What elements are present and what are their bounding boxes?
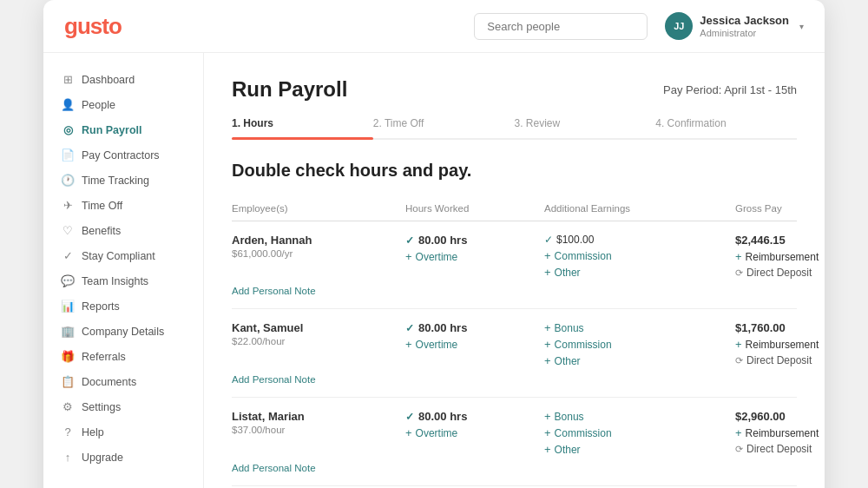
user-area: JJ Jessica Jackson Administrator ▾: [665, 12, 804, 40]
hours-cell: ✓ 80.00 hrs + Overtime: [405, 234, 544, 263]
sidebar-item-dashboard[interactable]: ⊞ Dashboard: [43, 67, 203, 92]
main-layout: ⊞ Dashboard 👤 People ◎ Run Payroll 📄 Pay…: [43, 53, 825, 488]
sidebar-label-documents: Documents: [82, 376, 136, 388]
sidebar-item-company-details[interactable]: 🏢 Company Details: [43, 319, 203, 344]
add-earning-btn[interactable]: + Commission: [544, 338, 735, 351]
gross-cell: $1,760.00+ Reimbursement⟳ Direct Deposit: [735, 321, 825, 366]
sidebar-item-team-insights[interactable]: 💬 Team Insights: [43, 268, 203, 293]
sidebar-label-time-tracking: Time Tracking: [82, 175, 149, 187]
plus-icon: +: [544, 410, 551, 423]
add-earning-btn[interactable]: + Commission: [544, 249, 735, 262]
sidebar-item-documents[interactable]: 📋 Documents: [43, 369, 203, 394]
avatar: JJ: [665, 12, 693, 40]
content-header: Run Payroll Pay Period: April 1st - 15th: [232, 77, 797, 102]
employee-data: Kant, Samuel $22.00/hour ✓ 80.00 hrs + O…: [232, 321, 797, 367]
employee-data: Arden, Hannah $61,000.00/yr ✓ 80.00 hrs …: [232, 234, 797, 279]
app-window: gusto JJ Jessica Jackson Administrator ▾…: [43, 0, 825, 488]
hours-value: ✓ 80.00 hrs: [405, 234, 544, 247]
gross-cell: $2,446.15+ Reimbursement⟳ Direct Deposit: [735, 234, 825, 279]
sidebar-label-referrals: Referrals: [82, 351, 126, 363]
employee-row: Listat, Marian $37.00/hour ✓ 80.00 hrs +…: [232, 398, 797, 486]
gross-amount: $1,760.00: [735, 321, 825, 334]
sidebar-item-settings[interactable]: ⚙ Settings: [43, 394, 203, 419]
search-input[interactable]: [474, 13, 648, 40]
content-area: Run Payroll Pay Period: April 1st - 15th…: [204, 53, 825, 488]
time-tracking-icon: 🕐: [61, 174, 75, 187]
plus-icon: +: [735, 426, 742, 439]
reports-icon: 📊: [61, 300, 75, 313]
add-earning-btn[interactable]: + Other: [544, 443, 735, 456]
add-earning-btn[interactable]: + Bonus: [544, 410, 735, 423]
benefits-icon: ♡: [61, 224, 75, 237]
add-earning-btn[interactable]: + Other: [544, 266, 735, 279]
add-reimbursement-btn[interactable]: + Reimbursement: [735, 426, 825, 439]
step-3-review[interactable]: 3. Review: [515, 117, 656, 138]
add-note-btn[interactable]: Add Personal Note: [232, 374, 797, 385]
people-icon: 👤: [61, 98, 75, 111]
add-note-btn[interactable]: Add Personal Note: [232, 463, 797, 473]
pay-period: Pay Period: April 1st - 15th: [663, 83, 797, 96]
sidebar-item-run-payroll[interactable]: ◎ Run Payroll: [43, 117, 203, 142]
employee-name: Listat, Marian: [232, 410, 405, 423]
sidebar-item-upgrade[interactable]: ↑ Upgrade: [43, 445, 203, 470]
plus-icon: +: [735, 250, 742, 263]
sidebar-item-stay-compliant[interactable]: ✓ Stay Compliant: [43, 243, 203, 268]
chevron-down-icon[interactable]: ▾: [799, 22, 804, 31]
sidebar-item-time-off[interactable]: ✈ Time Off: [43, 193, 203, 218]
sidebar-item-time-tracking[interactable]: 🕐 Time Tracking: [43, 168, 203, 193]
earnings-cell: + Bonus+ Commission+ Other: [544, 321, 735, 367]
employee-rate: $37.00/hour: [232, 425, 405, 435]
add-overtime-btn[interactable]: + Overtime: [405, 250, 544, 263]
add-note-btn[interactable]: Add Personal Note: [232, 286, 797, 296]
add-reimbursement-btn[interactable]: + Reimbursement: [735, 338, 825, 351]
topbar: gusto JJ Jessica Jackson Administrator ▾: [43, 0, 825, 53]
sidebar-item-reports[interactable]: 📊 Reports: [43, 293, 203, 319]
gross-cell: $2,960.00+ Reimbursement⟳ Direct Deposit: [735, 410, 825, 455]
direct-deposit-btn[interactable]: ⟳ Direct Deposit: [735, 267, 825, 279]
direct-deposit-btn[interactable]: ⟳ Direct Deposit: [735, 443, 825, 455]
referrals-icon: 🎁: [61, 350, 75, 363]
hours-cell: ✓ 80.00 hrs + Overtime: [405, 321, 544, 351]
add-overtime-btn[interactable]: + Overtime: [405, 426, 544, 439]
employee-rate: $61,000.00/yr: [232, 248, 405, 259]
add-earning-btn[interactable]: + Other: [544, 354, 735, 367]
sidebar-label-stay-compliant: Stay Compliant: [82, 250, 155, 262]
step-1-hours[interactable]: 1. Hours: [232, 117, 373, 138]
employee-info: Arden, Hannah $61,000.00/yr: [232, 234, 405, 259]
user-role: Administrator: [700, 28, 789, 38]
sidebar-label-benefits: Benefits: [82, 225, 121, 237]
settings-icon: ⚙: [61, 400, 75, 413]
add-reimbursement-btn[interactable]: + Reimbursement: [735, 250, 825, 263]
earning-value: ✓ $100.00: [544, 234, 735, 246]
sidebar-label-run-payroll: Run Payroll: [82, 124, 141, 136]
plus-icon: +: [544, 249, 551, 262]
help-icon: ?: [61, 425, 75, 439]
sidebar-item-pay-contractors[interactable]: 📄 Pay Contractors: [43, 142, 203, 168]
add-earning-btn[interactable]: + Bonus: [544, 321, 735, 334]
employee-name: Arden, Hannah: [232, 234, 405, 247]
sidebar-label-reports: Reports: [82, 300, 120, 313]
documents-icon: 📋: [61, 375, 75, 388]
add-earning-btn[interactable]: + Commission: [544, 426, 735, 439]
employee-info: Listat, Marian $37.00/hour: [232, 410, 405, 435]
col-hours: Hours Worked: [405, 203, 544, 214]
employee-name: Kant, Samuel: [232, 321, 405, 334]
plus-icon: +: [544, 443, 551, 456]
sidebar-label-company-details: Company Details: [82, 326, 164, 338]
direct-deposit-btn[interactable]: ⟳ Direct Deposit: [735, 354, 825, 366]
add-overtime-btn[interactable]: + Overtime: [405, 338, 544, 351]
company-details-icon: 🏢: [61, 325, 75, 338]
upgrade-icon: ↑: [61, 451, 75, 464]
sidebar-label-people: People: [82, 99, 115, 111]
step-2-time-off[interactable]: 2. Time Off: [373, 117, 515, 138]
sidebar-item-benefits[interactable]: ♡ Benefits: [43, 218, 203, 243]
employee-row: Arden, Hannah $61,000.00/yr ✓ 80.00 hrs …: [232, 221, 797, 309]
table-header: Employee(s) Hours Worked Additional Earn…: [232, 198, 797, 221]
plus-icon: +: [544, 426, 551, 439]
plus-icon: +: [405, 426, 412, 439]
step-4-confirmation[interactable]: 4. Confirmation: [655, 117, 797, 138]
sidebar-item-help[interactable]: ? Help: [43, 419, 203, 445]
sidebar-label-upgrade: Upgrade: [82, 452, 123, 464]
sidebar-item-referrals[interactable]: 🎁 Referrals: [43, 344, 203, 369]
sidebar-item-people[interactable]: 👤 People: [43, 92, 203, 117]
